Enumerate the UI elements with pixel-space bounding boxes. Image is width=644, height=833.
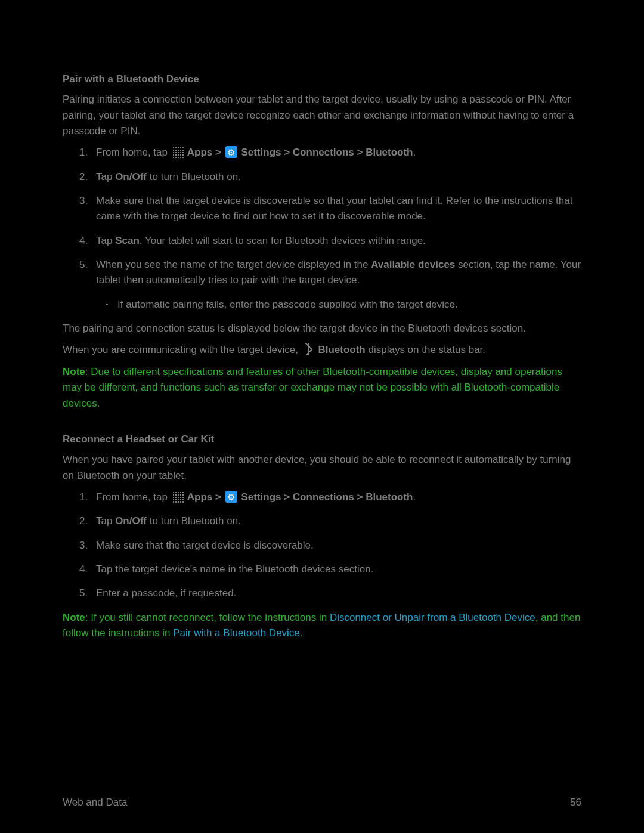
text: to turn Bluetooth on. bbox=[147, 171, 241, 182]
note-label: Note bbox=[63, 612, 85, 623]
nav-path: Settings > Connections > Bluetooth bbox=[239, 147, 413, 158]
text: to turn Bluetooth on. bbox=[147, 515, 241, 527]
text: On/Off bbox=[115, 171, 147, 182]
list-item: 1. From home, tap Apps > Settings > Conn… bbox=[96, 490, 581, 505]
steps-list-1: 1. From home, tap Apps > Settings > Conn… bbox=[63, 145, 581, 312]
intro-paragraph-2: When you have paired your tablet with an… bbox=[63, 452, 581, 484]
text: : If you still cannot reconnect, follow … bbox=[85, 612, 330, 623]
text: Tap the target device's name in the Blue… bbox=[96, 563, 373, 575]
apps-label: Apps bbox=[185, 491, 213, 503]
list-item: 1. From home, tap Apps > Settings > Conn… bbox=[96, 145, 581, 160]
steps-list-2: 1. From home, tap Apps > Settings > Conn… bbox=[63, 490, 581, 602]
text: Scan bbox=[115, 235, 140, 246]
list-item: 2. Tap On/Off to turn Bluetooth on. bbox=[96, 513, 581, 529]
list-item: 4. Tap the target device's name in the B… bbox=[96, 562, 581, 577]
text: > bbox=[212, 147, 224, 158]
section-heading-pair: Pair with a Bluetooth Device bbox=[63, 72, 581, 87]
communicating-paragraph: When you are communicating with the targ… bbox=[63, 342, 581, 358]
list-item: 2. Tap On/Off to turn Bluetooth on. bbox=[96, 169, 581, 185]
text: Make sure that the target device is disc… bbox=[96, 195, 572, 222]
list-item: 5. When you see the name of the target d… bbox=[96, 257, 581, 312]
list-item: 5. Enter a passcode, if requested. bbox=[96, 586, 581, 601]
text: . Your tablet will start to scan for Blu… bbox=[140, 235, 426, 246]
apps-icon bbox=[172, 491, 184, 503]
text: . bbox=[413, 491, 416, 503]
link-disconnect[interactable]: Disconnect or Unpair from a Bluetooth De… bbox=[330, 612, 535, 623]
bluetooth-icon bbox=[302, 343, 314, 355]
note-label: Note bbox=[63, 366, 85, 377]
note-paragraph-2: Note: If you still cannot reconnect, fol… bbox=[63, 610, 581, 642]
settings-icon bbox=[225, 146, 237, 158]
text: Make sure that the target device is disc… bbox=[96, 540, 314, 551]
footer-section-title: Web and Data bbox=[63, 795, 127, 810]
list-item: If automatic pairing fails, enter the pa… bbox=[117, 297, 581, 312]
text: . bbox=[413, 147, 416, 158]
text: Bluetooth bbox=[315, 344, 366, 355]
text: If automatic pairing fails, enter the pa… bbox=[117, 299, 458, 310]
text: Tap bbox=[96, 171, 115, 182]
list-item: 4. Tap Scan. Your tablet will start to s… bbox=[96, 233, 581, 249]
apps-label: Apps bbox=[185, 147, 213, 158]
text: On/Off bbox=[115, 515, 147, 527]
text: Enter a passcode, if requested. bbox=[96, 587, 236, 599]
list-item: 3. Make sure that the target device is d… bbox=[96, 193, 581, 225]
nav-path: Settings > Connections > Bluetooth bbox=[239, 491, 413, 503]
note-body: : Due to different specifications and fe… bbox=[63, 366, 562, 409]
text: When you see the name of the target devi… bbox=[96, 259, 371, 270]
text: From home, tap bbox=[96, 147, 171, 158]
section-heading-reconnect: Reconnect a Headset or Car Kit bbox=[63, 432, 581, 447]
note-paragraph: Note: Due to different specifications an… bbox=[63, 364, 581, 411]
text: Available devices bbox=[371, 259, 455, 270]
text: Tap bbox=[96, 235, 115, 246]
text: > bbox=[212, 491, 224, 503]
sub-list: If automatic pairing fails, enter the pa… bbox=[96, 297, 581, 312]
apps-icon bbox=[172, 146, 184, 158]
page-content: Pair with a Bluetooth Device Pairing ini… bbox=[0, 0, 644, 641]
settings-icon bbox=[225, 491, 237, 503]
page-footer: Web and Data 56 bbox=[63, 795, 581, 810]
list-item: 3. Make sure that the target device is d… bbox=[96, 538, 581, 553]
text: Tap bbox=[96, 515, 115, 527]
intro-paragraph: Pairing initiates a connection between y… bbox=[63, 92, 581, 139]
link-pair[interactable]: Pair with a Bluetooth Device bbox=[173, 627, 300, 639]
text: displays on the status bar. bbox=[366, 344, 485, 355]
page-number: 56 bbox=[570, 795, 581, 810]
text: From home, tap bbox=[96, 491, 171, 503]
text: . bbox=[300, 627, 303, 639]
text: When you are communicating with the targ… bbox=[63, 344, 301, 355]
status-paragraph: The pairing and connection status is dis… bbox=[63, 321, 581, 336]
